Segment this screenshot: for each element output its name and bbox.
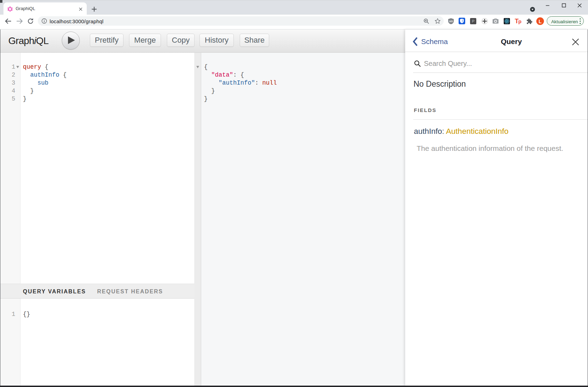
svg-text:UO: UO bbox=[449, 20, 453, 23]
svg-text:P: P bbox=[472, 19, 475, 23]
